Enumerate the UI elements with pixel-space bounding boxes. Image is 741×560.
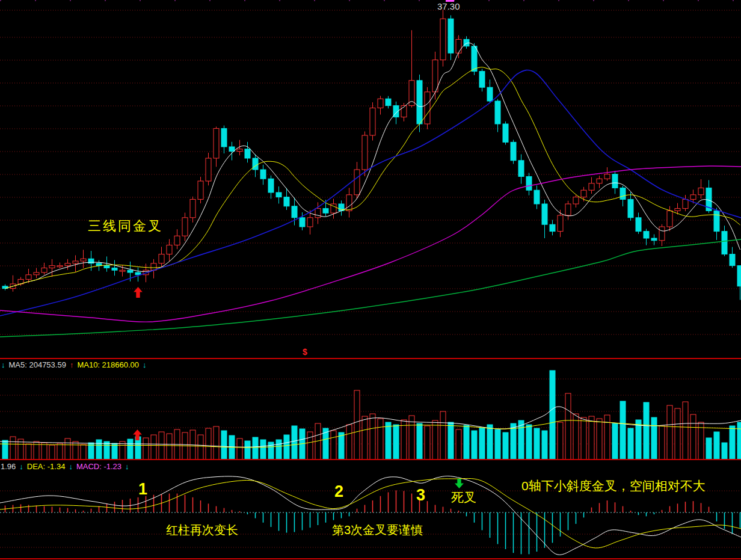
volume-ma10-label: MA10: 218660.00 xyxy=(77,360,139,369)
golden-cross-annotation: 三线同金叉 xyxy=(88,220,163,233)
death-cross-down-arrow-icon xyxy=(455,479,464,491)
macd-dea-label: DEA: -1.34 xyxy=(27,462,66,471)
macd-histogram-layer xyxy=(5,490,740,554)
macd-dif-value: 1.96 xyxy=(1,462,16,471)
volume-indicator-labels: ↓ MA5: 204753.59 ↑ MA10: 218660.00 ↓ xyxy=(1,360,147,369)
macd-value-label: MACD: -1.23 xyxy=(76,462,121,471)
volume-ma5-up-arrow-icon: ↑ xyxy=(70,360,74,369)
red-bars-note: 红柱再次变长 xyxy=(166,524,238,536)
volume-lead-down-arrow-icon: ↓ xyxy=(1,360,5,369)
candles-layer xyxy=(2,10,741,300)
volume-bars-layer xyxy=(2,371,741,460)
golden-cross-2-label: 2 xyxy=(334,484,343,500)
buy-signal-up-arrow-icon xyxy=(134,287,143,300)
macd-down-arrow-icon: ↓ xyxy=(125,462,129,471)
volume-ma5-label: MA5: 204753.59 xyxy=(9,360,66,369)
macd-dif-down-arrow-icon: ↓ xyxy=(19,462,23,471)
golden-cross-3-label: 3 xyxy=(416,487,425,503)
chart-canvas[interactable] xyxy=(0,0,741,560)
zero-axis-note: 0轴下小斜度金叉，空间相对不大 xyxy=(521,479,706,492)
stock-chart-app: 37.30 三线同金叉 $ ↓ MA5: 204753.59 ↑ MA10: 2… xyxy=(0,0,741,560)
peak-price-label: 37.30 xyxy=(437,2,460,11)
macd-dea-down-arrow-icon: ↓ xyxy=(69,462,73,471)
volume-ma10-down-arrow-icon: ↓ xyxy=(143,360,147,369)
golden-cross-1-label: 1 xyxy=(138,481,147,497)
third-cross-note: 第3次金叉要谨慎 xyxy=(332,524,423,536)
dividend-marker: $ xyxy=(303,348,307,356)
macd-indicator-labels: 1.96 ↓ DEA: -1.34 ↓ MACD: -1.23 ↓ xyxy=(1,462,129,471)
volume-signal-up-arrow-icon xyxy=(133,429,142,443)
death-cross-label: 死叉 xyxy=(451,491,476,503)
ma-lines-layer xyxy=(0,43,741,337)
